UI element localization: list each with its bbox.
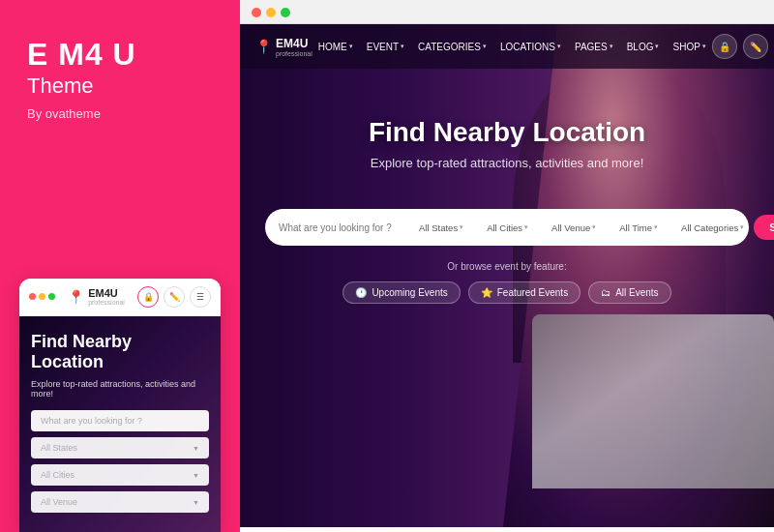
browse-tags: 🕐 Upcoming Events ⭐ Featured Events 🗂 Al… <box>240 281 774 304</box>
search-input[interactable] <box>279 222 402 233</box>
dot-red <box>29 293 36 300</box>
site-logo-pin-icon: 📍 <box>255 39 272 54</box>
tag-all-events[interactable]: 🗂 All Events <box>588 281 670 304</box>
mobile-dropdown-cities[interactable]: All Cities ▼ <box>31 464 209 486</box>
site-logo-text: EM4U <box>276 37 313 50</box>
nav-blog-caret-icon: ▾ <box>655 43 659 50</box>
dropdown-arrow-icon: ▼ <box>193 472 199 479</box>
dropdown-arrow-icon: ▼ <box>193 499 199 506</box>
site-navigation: 📍 EM4U professional HOME ▾ EVENT ▾ CATEG… <box>240 24 774 69</box>
nav-lock-icon[interactable]: 🔒 <box>712 34 737 59</box>
brand-subtitle: Theme <box>27 74 93 99</box>
all-events-icon: 🗂 <box>601 287 610 298</box>
nav-icon-buttons: 🔒 ✏️ <box>712 34 768 59</box>
left-panel: E M4 U Theme By ovatheme 📍 EM4U professi… <box>0 0 240 532</box>
mobile-nav-icons: 🔒 ✏️ ☰ <box>137 286 211 308</box>
nav-links: HOME ▾ EVENT ▾ CATEGORIES ▾ LOCATIONS ▾ … <box>313 38 712 56</box>
brand-title: E M4 U <box>27 39 136 70</box>
hero-text-section: Find Nearby Location Explore top-rated a… <box>240 69 774 209</box>
dropdown-states-caret-icon: ▾ <box>460 223 463 231</box>
mobile-hero-title: Find Nearby Location <box>31 332 209 373</box>
mobile-hero: Find Nearby Location Explore top-rated a… <box>19 316 221 532</box>
nav-home[interactable]: HOME ▾ <box>313 38 359 56</box>
mobile-logo-pin-icon: 📍 <box>68 289 84 305</box>
website-content: 📍 EM4U professional HOME ▾ EVENT ▾ CATEG… <box>240 24 774 527</box>
browse-label: Or browse event by feature: <box>240 261 774 272</box>
nav-categories-caret-icon: ▾ <box>483 43 487 50</box>
mobile-hero-content: Find Nearby Location Explore top-rated a… <box>31 332 209 513</box>
mobile-dots <box>29 293 55 300</box>
search-bar: All States ▾ All Cities ▾ All Venue ▾ Al… <box>265 209 749 246</box>
dropdown-venue[interactable]: All Venue ▾ <box>546 222 602 233</box>
mobile-logo-text: EM4U <box>88 288 125 299</box>
nav-edit-icon[interactable]: ✏️ <box>743 34 768 59</box>
mobile-logo-text-area: EM4U professional <box>88 288 125 306</box>
nav-pages[interactable]: PAGES ▾ <box>569 38 619 56</box>
hero-laptop-image <box>532 314 774 488</box>
dropdown-states[interactable]: All States ▾ <box>413 222 469 233</box>
mobile-edit-icon[interactable]: ✏️ <box>164 286 185 308</box>
browser-dot-green <box>281 8 290 17</box>
nav-event[interactable]: EVENT ▾ <box>361 38 410 56</box>
site-logo: 📍 EM4U professional <box>255 37 313 57</box>
tag-featured-events[interactable]: ⭐ Featured Events <box>468 281 580 304</box>
site-logo-text-area: EM4U professional <box>276 37 313 57</box>
nav-locations[interactable]: LOCATIONS ▾ <box>494 38 567 56</box>
mobile-hero-sub: Explore top-rated attractions, activitie… <box>31 379 209 399</box>
tag-upcoming-events[interactable]: 🕐 Upcoming Events <box>342 281 460 304</box>
brand-by: By ovatheme <box>27 106 101 121</box>
search-button[interactable]: Search <box>754 215 774 240</box>
mobile-logo: 📍 EM4U professional <box>68 288 125 306</box>
nav-shop[interactable]: SHOP ▾ <box>667 38 711 56</box>
nav-blog[interactable]: BLOG ▾ <box>621 38 666 56</box>
browser-chrome <box>240 0 774 24</box>
nav-pages-caret-icon: ▾ <box>610 43 613 50</box>
nav-categories[interactable]: CATEGORIES ▾ <box>412 38 492 56</box>
upcoming-icon: 🕐 <box>355 287 367 298</box>
dropdown-time-caret-icon: ▾ <box>654 223 658 231</box>
nav-locations-caret-icon: ▾ <box>557 43 561 50</box>
mobile-lock-icon[interactable]: 🔒 <box>137 286 159 308</box>
mobile-preview: 📍 EM4U professional 🔒 ✏️ ☰ Find Nearby L… <box>19 279 221 532</box>
right-panel: 📍 EM4U professional HOME ▾ EVENT ▾ CATEG… <box>240 0 774 532</box>
dropdown-time[interactable]: All Time ▾ <box>613 222 664 233</box>
brand-name-bold: E M4 U <box>27 37 136 72</box>
browse-section: Or browse event by feature: 🕐 Upcoming E… <box>240 261 774 304</box>
mobile-menu-icon[interactable]: ☰ <box>190 286 211 308</box>
mobile-dropdown-states[interactable]: All States ▼ <box>31 437 209 458</box>
mobile-search-field[interactable]: What are you looking for ? <box>31 410 209 431</box>
hero-main-title: Find Nearby Location <box>259 117 755 148</box>
browser-dot-yellow <box>266 8 276 17</box>
dropdown-cities-caret-icon: ▾ <box>524 223 528 231</box>
dropdown-venue-caret-icon: ▾ <box>592 223 596 231</box>
mobile-nav-bar: 📍 EM4U professional 🔒 ✏️ ☰ <box>19 279 221 316</box>
nav-event-caret-icon: ▾ <box>401 43 404 50</box>
nav-home-caret-icon: ▾ <box>349 43 353 50</box>
browser-dot-red <box>252 8 261 17</box>
featured-icon: ⭐ <box>481 287 492 298</box>
dot-green <box>48 293 55 300</box>
nav-shop-caret-icon: ▾ <box>702 43 706 50</box>
dropdown-arrow-icon: ▼ <box>193 445 199 452</box>
mobile-dropdown-venue[interactable]: All Venue ▼ <box>31 491 209 513</box>
mobile-logo-sub: professional <box>88 299 125 306</box>
dropdown-categories-caret-icon: ▾ <box>740 223 744 231</box>
dropdown-cities[interactable]: All Cities ▾ <box>481 222 534 233</box>
dropdown-categories[interactable]: All Categories ▾ <box>675 222 750 233</box>
site-logo-sub: professional <box>276 50 313 57</box>
hero-subtitle: Explore top-rated attractions, activitie… <box>259 156 755 170</box>
dot-yellow <box>39 293 45 300</box>
